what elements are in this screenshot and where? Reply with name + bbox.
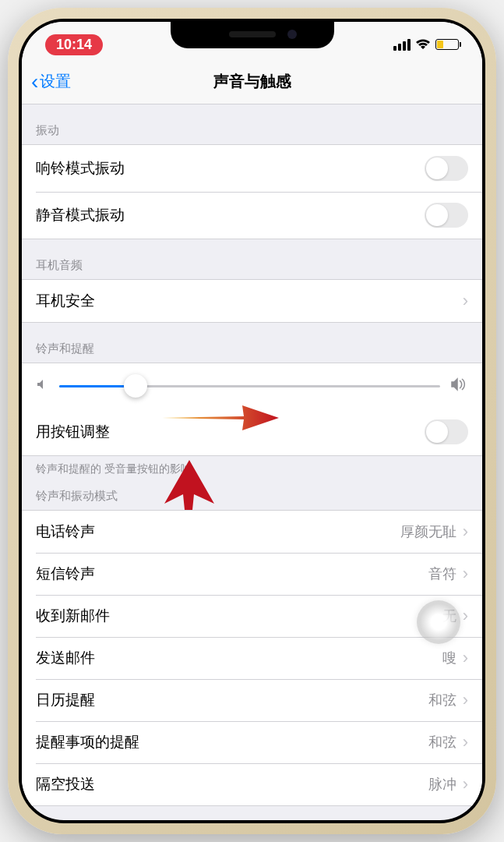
row-value: 厚颜无耻 xyxy=(400,522,456,541)
page-title: 声音与触感 xyxy=(213,71,291,92)
row-silent-vibrate[interactable]: 静音模式振动 xyxy=(22,192,482,239)
chevron-right-icon: › xyxy=(463,648,468,668)
row-ringtone[interactable]: 电话铃声 厚颜无耻 › xyxy=(22,511,482,553)
row-label: 收到新邮件 xyxy=(36,606,110,626)
row-calendar-alert[interactable]: 日历提醒 和弦 › xyxy=(22,679,482,721)
notch xyxy=(171,22,334,48)
row-text-tone[interactable]: 短信铃声 音符 › xyxy=(22,553,482,595)
chevron-left-icon: ‹ xyxy=(31,71,38,93)
screen: 10:14 ‹ 设置 xyxy=(22,22,482,820)
row-value: 脉冲 xyxy=(428,775,456,794)
chevron-right-icon: › xyxy=(463,564,468,584)
section-header-sounds: 铃声和振动模式 xyxy=(22,479,482,510)
row-value: 和弦 xyxy=(428,691,456,709)
chevron-right-icon: › xyxy=(463,522,468,542)
wifi-icon xyxy=(415,39,431,50)
row-label: 短信铃声 xyxy=(36,564,95,584)
row-label: 发送邮件 xyxy=(36,648,95,668)
switch-silent-vibrate[interactable] xyxy=(425,203,468,228)
row-headphone-safety[interactable]: 耳机安全 › xyxy=(22,280,482,322)
chevron-right-icon: › xyxy=(463,690,468,710)
row-label: 用按钮调整 xyxy=(36,422,110,442)
chevron-right-icon: › xyxy=(463,291,468,311)
back-button[interactable]: ‹ 设置 xyxy=(31,71,71,93)
chevron-right-icon: › xyxy=(463,732,468,752)
section-header-vibration: 振动 xyxy=(22,104,482,144)
row-reminder-alert[interactable]: 提醒事项的提醒 和弦 › xyxy=(22,721,482,763)
section-footer-ringer: 铃声和提醒的 受音量按钮的影响。 xyxy=(22,456,482,479)
battery-icon xyxy=(435,39,459,50)
volume-high-icon xyxy=(451,377,468,394)
row-airdrop[interactable]: 隔空投送 脉冲 › xyxy=(22,763,482,805)
back-label: 设置 xyxy=(40,71,71,92)
row-ring-vibrate[interactable]: 响铃模式振动 xyxy=(22,145,482,192)
chevron-right-icon: › xyxy=(463,606,468,626)
status-time-recording[interactable]: 10:14 xyxy=(45,34,103,55)
slider-track[interactable] xyxy=(59,385,440,387)
row-label: 日历提醒 xyxy=(36,690,95,710)
nav-bar: ‹ 设置 声音与触感 xyxy=(22,59,482,104)
row-label: 响铃模式振动 xyxy=(36,158,125,179)
slider-thumb[interactable] xyxy=(124,374,147,398)
chevron-right-icon: › xyxy=(463,774,468,794)
section-header-ringer: 铃声和提醒 xyxy=(22,323,482,363)
row-button-adjust[interactable]: 用按钮调整 xyxy=(22,409,482,455)
cellular-signal-icon xyxy=(393,39,411,51)
row-value: 音符 xyxy=(428,564,456,583)
row-label: 电话铃声 xyxy=(36,522,95,542)
row-label: 提醒事项的提醒 xyxy=(36,732,139,752)
row-volume-slider[interactable] xyxy=(22,363,482,409)
switch-ring-vibrate[interactable] xyxy=(425,156,468,181)
volume-low-icon xyxy=(36,378,48,394)
row-label: 耳机安全 xyxy=(36,291,95,311)
row-label: 隔空投送 xyxy=(36,774,95,794)
row-value: 和弦 xyxy=(428,733,456,752)
phone-frame: 10:14 ‹ 设置 xyxy=(8,8,496,834)
settings-content[interactable]: 振动 响铃模式振动 静音模式振动 耳机音频 耳机安全 xyxy=(22,104,482,820)
row-value: 嗖 xyxy=(442,649,456,667)
row-new-mail[interactable]: 收到新邮件 无 › xyxy=(22,595,482,637)
section-header-headphone: 耳机音频 xyxy=(22,239,482,279)
switch-button-adjust[interactable] xyxy=(425,419,468,444)
row-label: 静音模式振动 xyxy=(36,205,125,225)
row-sent-mail[interactable]: 发送邮件 嗖 › xyxy=(22,637,482,679)
assistive-touch-button[interactable] xyxy=(417,600,460,644)
